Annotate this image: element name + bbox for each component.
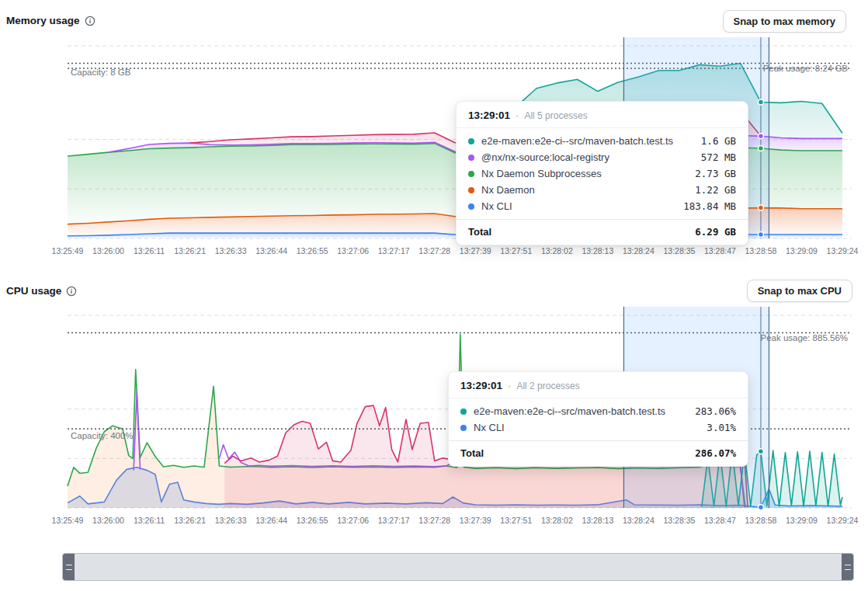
- memory-tooltip-header: 13:29:01 · All 5 processes: [457, 102, 748, 128]
- tooltip-total-value: 286.07%: [695, 447, 736, 459]
- brush-handle-right[interactable]: [842, 554, 853, 580]
- cpu-peak-label: Peak usage: 885.56%: [760, 333, 848, 342]
- tooltip-row: @nx/nx-source:local-registry572 MB: [457, 149, 748, 165]
- x-tick-label: 13:25:49: [52, 516, 84, 525]
- hover-dot: [758, 134, 763, 139]
- hover-dot: [758, 232, 763, 238]
- x-tick-label: 13:28:02: [541, 516, 573, 525]
- x-tick-label: 13:27:39: [460, 516, 491, 525]
- memory-peak-label: Peak usage: 8.24 GB: [763, 64, 848, 73]
- tooltip-row: Nx Daemon1.22 GB: [457, 182, 748, 198]
- x-tick-label: 13:29:24: [827, 246, 859, 256]
- series-name: Nx Daemon Subprocesses: [481, 168, 688, 179]
- x-tick-label: 13:29:24: [827, 516, 859, 525]
- series-value: 2.73 GB: [695, 168, 736, 179]
- x-tick-label: 13:27:17: [378, 246, 410, 256]
- tooltip-row: Nx CLI183.84 MB: [457, 198, 748, 214]
- series-color-dot: [468, 138, 474, 144]
- x-tick-label: 13:26:55: [297, 516, 328, 525]
- memory-tooltip-total: Total 6.29 GB: [457, 219, 748, 245]
- x-tick-label: 13:26:21: [174, 246, 206, 256]
- x-tick-label: 13:27:28: [418, 516, 450, 525]
- x-tick-label: 13:26:00: [92, 516, 124, 525]
- x-tick-label: 13:28:47: [704, 516, 736, 525]
- hover-dot: [758, 449, 763, 454]
- memory-tooltip: 13:29:01 · All 5 processes e2e-maven:e2e…: [456, 101, 748, 245]
- series-value: 283.06%: [695, 405, 736, 417]
- series-value: 572 MB: [701, 151, 736, 163]
- memory-chart-title: Memory usage: [6, 15, 80, 26]
- x-tick-label: 13:26:44: [255, 516, 287, 525]
- cpu-capacity-label: Capacity: 400%: [71, 431, 134, 440]
- cpu-tooltip-header: 13:29:01 · All 2 processes: [449, 372, 748, 398]
- tooltip-total-value: 6.29 GB: [695, 226, 736, 238]
- x-tick-label: 13:26:11: [134, 516, 165, 525]
- brush-track[interactable]: [75, 554, 842, 580]
- x-tick-label: 13:28:13: [582, 246, 613, 256]
- x-tick-label: 13:26:44: [255, 246, 287, 256]
- time-range-brush: [62, 553, 854, 581]
- x-tick-label: 13:27:39: [460, 246, 491, 256]
- tooltip-separator: ·: [516, 110, 519, 121]
- tooltip-time: 13:29:01: [468, 110, 510, 121]
- tooltip-row: Nx CLI3.01%: [449, 419, 748, 436]
- tooltip-subtitle: All 5 processes: [524, 110, 587, 121]
- tooltip-total-label: Total: [468, 226, 695, 238]
- tooltip-row: e2e-maven:e2e-ci--src/maven-batch.test.t…: [449, 403, 748, 419]
- x-tick-label: 13:28:35: [663, 516, 695, 525]
- tooltip-row: e2e-maven:e2e-ci--src/maven-batch.test.t…: [457, 133, 748, 149]
- tooltip-total-label: Total: [460, 447, 695, 459]
- series-name: @nx/nx-source:local-registry: [481, 151, 694, 163]
- drag-lines-icon: [845, 565, 851, 570]
- cpu-chart-title: CPU usage: [6, 285, 61, 297]
- x-tick-label: 13:29:09: [786, 246, 818, 256]
- snap-to-max-memory-button[interactable]: Snap to max memory: [723, 10, 847, 33]
- x-tick-label: 13:26:33: [215, 246, 247, 256]
- series-color-dot: [468, 171, 474, 177]
- x-tick-label: 13:26:00: [92, 246, 124, 256]
- x-tick-label: 13:28:13: [582, 516, 613, 525]
- process-profiler-page: Memory usage Snap to max memory 9.06 GB4…: [0, 0, 868, 591]
- x-tick-label: 13:27:06: [337, 516, 369, 525]
- series-color-dot: [468, 203, 474, 210]
- series-name: Nx Daemon: [481, 184, 688, 196]
- brush-handle-left[interactable]: [63, 554, 75, 580]
- snap-to-max-cpu-button[interactable]: Snap to max CPU: [747, 280, 852, 302]
- series-name: e2e-maven:e2e-ci--src/maven-batch.test.t…: [474, 405, 688, 417]
- cpu-chart-header: CPU usage: [6, 285, 77, 297]
- charts-canvas: [0, 0, 868, 591]
- hover-dot: [758, 205, 763, 210]
- x-tick-label: 13:27:17: [378, 516, 410, 525]
- x-tick-label: 13:26:33: [215, 516, 247, 525]
- tooltip-row: Nx Daemon Subprocesses2.73 GB: [457, 165, 748, 182]
- x-tick-label: 13:26:55: [297, 246, 328, 256]
- x-tick-label: 13:26:11: [134, 246, 165, 256]
- info-icon[interactable]: [85, 16, 95, 26]
- x-tick-label: 13:27:51: [500, 516, 532, 525]
- memory-chart-header: Memory usage: [6, 15, 95, 26]
- series-name: e2e-maven:e2e-ci--src/maven-batch.test.t…: [481, 135, 694, 147]
- hover-dot: [758, 505, 763, 510]
- x-tick-label: 13:28:58: [745, 516, 777, 525]
- memory-capacity-label: Capacity: 8 GB: [71, 68, 130, 77]
- x-tick-label: 13:25:49: [52, 246, 84, 256]
- tooltip-time: 13:29:01: [460, 380, 502, 391]
- series-name: Nx CLI: [481, 200, 676, 212]
- series-color-dot: [468, 187, 474, 193]
- series-color-dot: [460, 408, 467, 415]
- memory-tooltip-rows: e2e-maven:e2e-ci--src/maven-batch.test.t…: [457, 128, 748, 216]
- hover-dot: [758, 145, 763, 151]
- x-tick-label: 13:28:02: [541, 246, 573, 256]
- series-value: 1.6 GB: [701, 135, 736, 147]
- x-tick-label: 13:27:51: [500, 246, 532, 256]
- series-value: 3.01%: [707, 422, 736, 433]
- cpu-tooltip-rows: e2e-maven:e2e-ci--src/maven-batch.test.t…: [449, 398, 748, 437]
- info-icon[interactable]: [66, 286, 77, 297]
- series-value: 183.84 MB: [683, 200, 736, 212]
- cpu-tooltip-total: Total 286.07%: [449, 440, 748, 466]
- series-color-dot: [468, 155, 474, 161]
- cpu-tooltip: 13:29:01 · All 2 processes e2e-maven:e2e…: [448, 371, 748, 467]
- tooltip-separator: ·: [508, 380, 511, 391]
- drag-lines-icon: [66, 565, 72, 570]
- x-tick-label: 13:26:21: [174, 516, 206, 525]
